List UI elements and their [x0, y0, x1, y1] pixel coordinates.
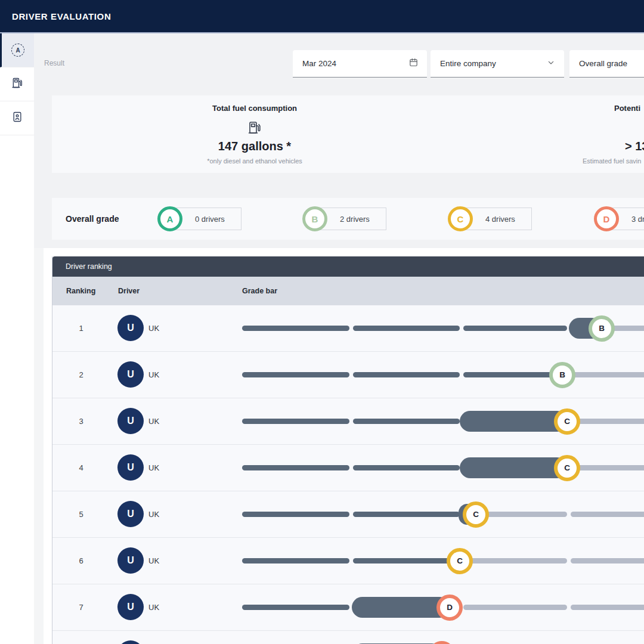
grade-circle-badge: A	[157, 206, 182, 231]
grade-bar: B	[242, 305, 644, 351]
grade-summary-label: Overall grade	[66, 198, 119, 240]
grade-bar: D	[242, 584, 644, 630]
grade-count-label: 4 drivers	[485, 215, 515, 224]
driver-name: UK	[148, 631, 159, 644]
fuel-pump-icon	[135, 120, 374, 137]
grade-circle-badge: C	[448, 206, 473, 231]
table-title: Driver ranking	[66, 262, 112, 271]
grade-bar-segment	[571, 605, 644, 610]
grade-badge: B	[549, 362, 575, 388]
sidebar: A	[0, 33, 34, 644]
grade-circle-badge: D	[594, 206, 619, 231]
grade-count-chip[interactable]: C4 drivers	[465, 208, 532, 230]
driver-avatar: U	[117, 454, 144, 481]
grade-circle-badge: B	[302, 206, 327, 231]
sidebar-item-driver-report[interactable]	[0, 101, 34, 135]
driver-document-icon	[11, 111, 23, 125]
table-row[interactable]: 7UUKD	[52, 584, 644, 631]
driver-avatar: U	[117, 594, 144, 620]
section-label: Result	[44, 59, 64, 67]
grade-count-chip[interactable]: D3 dr	[611, 208, 644, 230]
grade-bar-segment	[353, 326, 460, 331]
grade-bar: C	[242, 398, 644, 444]
grade-count-label: 3 dr	[631, 215, 644, 224]
stat-note: Estimated fuel savin	[583, 157, 641, 165]
stat-value: > 13	[625, 140, 644, 153]
ranking-cell: 3	[66, 398, 96, 444]
fuel-pump-icon	[11, 77, 23, 91]
grade-bar-segment	[353, 512, 460, 517]
grade-count-label: 0 drivers	[195, 215, 225, 224]
driver-name: UK	[148, 305, 159, 351]
grade-bar-segment	[353, 465, 460, 470]
grade-bar-segment	[463, 558, 567, 564]
driver-avatar: U	[117, 408, 144, 434]
grade-bar-current-segment	[460, 457, 567, 478]
grade-bar: B	[242, 352, 644, 398]
column-header-row: Ranking Driver Grade bar	[52, 277, 644, 305]
sidebar-item-fuel[interactable]	[0, 67, 34, 101]
grade-badge: B	[589, 315, 615, 342]
driver-name: UK	[148, 352, 159, 398]
ranking-cell: 2	[66, 352, 96, 398]
grade-bar-segment	[571, 558, 644, 564]
table-row[interactable]: 2UUKB	[52, 352, 644, 398]
grade-count-chip[interactable]: B2 drivers	[319, 208, 386, 230]
table-row[interactable]: 3UUKC	[52, 398, 644, 445]
grade-badge: C	[447, 548, 473, 574]
ranking-cell: 7	[66, 584, 96, 630]
grade-summary-card: Overall grade A0 driversB2 driversC4 dri…	[52, 198, 644, 240]
column-header-grade-bar: Grade bar	[242, 277, 277, 305]
grade-a-circle-icon: A	[11, 44, 24, 57]
ranking-cell: 1	[66, 305, 96, 351]
month-filter[interactable]: Mar 2024	[293, 50, 427, 78]
column-header-ranking: Ranking	[66, 277, 95, 305]
company-scope-filter[interactable]: Entire company	[431, 50, 564, 78]
driver-name: UK	[148, 445, 159, 491]
ranking-cell: 6	[66, 538, 96, 584]
table-row[interactable]: 4UUKC	[52, 445, 644, 491]
grade-bar-segment	[353, 419, 460, 424]
table-row[interactable]: 6UUKC	[52, 538, 644, 584]
stats-card: Total fuel consumption 147 gallons * *on…	[52, 95, 644, 173]
grade-bar-segment	[463, 605, 567, 610]
grade-badge: D	[436, 595, 463, 621]
driver-avatar: U	[117, 640, 144, 644]
grade-bar-segment	[242, 605, 349, 610]
total-fuel-consumption-stat: Total fuel consumption 147 gallons * *on…	[135, 95, 374, 173]
driver-name: UK	[148, 584, 159, 630]
stat-title: Total fuel consumption	[135, 104, 374, 113]
table-title-bar: Driver ranking	[52, 256, 644, 277]
grade-bar-current-segment	[460, 411, 567, 432]
grade-bar-current-segment	[352, 597, 450, 618]
grade-bar: C	[242, 538, 644, 584]
grade-badge: C	[554, 408, 580, 435]
chevron-down-icon	[546, 58, 556, 70]
table-row[interactable]: 1UUKB	[52, 305, 644, 352]
ranking-cell: 5	[66, 491, 96, 537]
grade-bar-segment	[463, 326, 567, 331]
month-filter-value: Mar 2024	[302, 59, 336, 68]
grade-bar-segment	[242, 419, 349, 424]
grade-bar-segment	[242, 465, 349, 470]
table-row[interactable]: 8UUKD	[52, 631, 644, 644]
company-scope-value: Entire company	[440, 59, 496, 68]
grade-count-chip[interactable]: A0 drivers	[174, 208, 242, 230]
driver-avatar: U	[117, 315, 144, 341]
driver-name: UK	[148, 538, 159, 584]
topbar: DRIVER EVALUATION	[0, 0, 644, 33]
ranking-cell: 4	[66, 445, 96, 491]
stat-title: Potenti	[614, 104, 640, 113]
calendar-icon	[408, 57, 419, 70]
grade-bar-segment	[571, 372, 644, 377]
grade-type-filter[interactable]: Overall grade	[569, 50, 644, 78]
sidebar-item-evaluation[interactable]: A	[0, 33, 34, 67]
grade-bar: C	[242, 491, 644, 537]
grade-bar-segment	[476, 512, 567, 517]
grade-bar-segment	[571, 512, 644, 517]
grade-bar-segment	[242, 558, 349, 564]
grade-bar-segment	[353, 372, 460, 377]
stat-value: 147 gallons *	[135, 140, 374, 153]
table-row[interactable]: 5UUKC	[52, 491, 644, 538]
grade-bar-segment	[571, 465, 644, 470]
